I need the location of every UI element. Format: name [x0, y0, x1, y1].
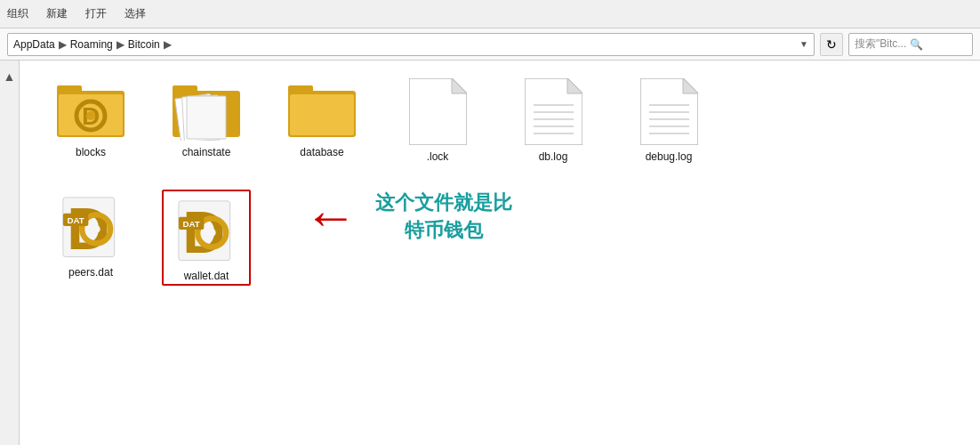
peers-label: peers.dat [68, 266, 113, 279]
dat-files-group: D DAT peers.dat D [46, 190, 251, 286]
dblog-file-icon [525, 78, 582, 145]
svg-marker-17 [567, 78, 582, 93]
annotation-group: ← 这个文件就是比 特币钱包 [304, 190, 512, 245]
svg-point-33 [92, 225, 100, 233]
nav-panel: ▲ [0, 61, 20, 445]
file-area: D blocks chainstate [20, 61, 980, 445]
refresh-button[interactable]: ↻ [820, 33, 843, 56]
svg-point-39 [208, 229, 216, 237]
nav-up-arrow[interactable]: ▲ [4, 69, 16, 84]
svg-point-5 [86, 111, 95, 120]
file-item-lock[interactable]: .lock [393, 78, 482, 163]
blocks-folder-icon: D [55, 78, 126, 141]
search-box[interactable]: 搜索"Bitc... 🔍 [848, 33, 973, 56]
svg-marker-15 [452, 78, 467, 93]
file-row-1: D blocks chainstate [46, 78, 953, 163]
file-row-2: D DAT peers.dat D [46, 190, 953, 286]
wallet-label: wallet.dat [184, 270, 229, 282]
chainstate-label: chainstate [182, 146, 231, 158]
svg-rect-10 [187, 96, 226, 139]
svg-text:DAT: DAT [182, 219, 199, 229]
breadcrumb-dropdown-icon[interactable]: ▼ [799, 39, 808, 49]
svg-rect-13 [290, 94, 354, 135]
breadcrumb-roaming: Roaming [70, 38, 113, 51]
file-item-peers[interactable]: D DAT peers.dat [46, 190, 135, 286]
svg-marker-24 [683, 78, 698, 93]
dblog-label: db.log [539, 150, 568, 163]
search-placeholder-text: 搜索"Bitc... [855, 36, 906, 52]
toolbar-select[interactable]: 选择 [125, 6, 146, 21]
red-arrow-icon: ← [304, 190, 357, 244]
debuglog-label: debug.log [646, 150, 693, 163]
lock-file-icon [409, 78, 467, 145]
address-bar: AppData ▶ Roaming ▶ Bitcoin ▶ ▼ ↻ 搜索"Bit… [0, 28, 980, 61]
wallet-dat-icon: D DAT [171, 193, 242, 264]
annotation-line2: 特币钱包 [375, 217, 512, 245]
svg-text:D: D [67, 196, 109, 261]
database-label: database [300, 146, 343, 158]
breadcrumb-bitcoin: Bitcoin [128, 38, 160, 51]
refresh-icon: ↻ [826, 37, 837, 52]
main-area: ▲ D blocks [0, 61, 980, 445]
svg-rect-1 [57, 85, 82, 94]
search-icon: 🔍 [910, 38, 923, 51]
file-item-debuglog[interactable]: debug.log [624, 78, 713, 163]
lock-label: .lock [427, 150, 449, 163]
toolbar: 组织 新建 打开 选择 [0, 0, 980, 28]
annotation-text: 这个文件就是比 特币钱包 [375, 190, 512, 245]
annotation-line1: 这个文件就是比 [375, 190, 512, 217]
database-folder-icon [286, 78, 357, 141]
breadcrumb-sep-2: ▶ [116, 38, 125, 51]
svg-text:D: D [182, 199, 225, 264]
file-item-wallet[interactable]: D DAT wallet.dat [162, 190, 251, 286]
toolbar-organize[interactable]: 组织 [7, 6, 28, 21]
file-item-blocks[interactable]: D blocks [46, 78, 135, 158]
toolbar-new[interactable]: 新建 [46, 6, 68, 21]
breadcrumb[interactable]: AppData ▶ Roaming ▶ Bitcoin ▶ ▼ [7, 33, 815, 56]
chainstate-folder-icon [171, 78, 242, 141]
svg-rect-12 [288, 85, 313, 94]
debuglog-file-icon [640, 78, 698, 145]
breadcrumb-sep-1: ▶ [59, 38, 67, 51]
file-item-database[interactable]: database [277, 78, 366, 158]
file-item-dblog[interactable]: db.log [509, 78, 598, 163]
svg-text:DAT: DAT [67, 215, 84, 225]
peers-dat-icon: D DAT [55, 190, 126, 261]
breadcrumb-appdata: AppData [13, 38, 55, 51]
toolbar-open[interactable]: 打开 [85, 6, 107, 21]
svg-rect-7 [173, 85, 197, 94]
blocks-label: blocks [76, 146, 106, 158]
file-item-chainstate[interactable]: chainstate [162, 78, 251, 158]
breadcrumb-sep-3: ▶ [164, 38, 172, 51]
